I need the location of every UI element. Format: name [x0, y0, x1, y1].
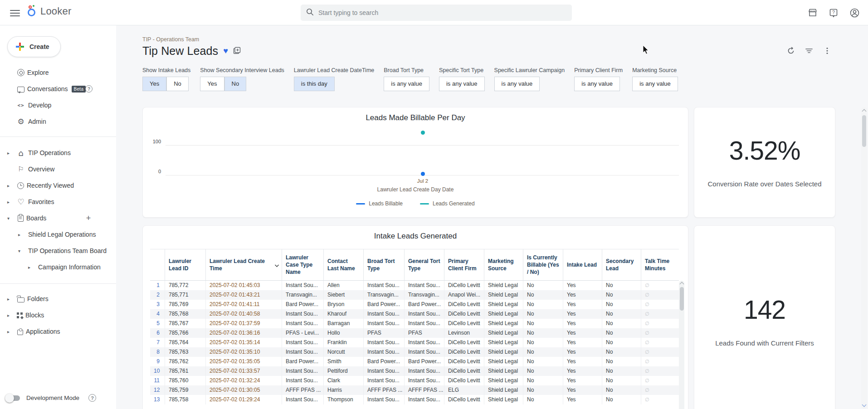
cell-marketing-source[interactable]: Shield Legal: [484, 347, 523, 357]
more-options-icon[interactable]: [823, 46, 832, 55]
cell-marketing-source[interactable]: Shield Legal: [484, 328, 523, 338]
filter-option-button[interactable]: Yes: [200, 77, 224, 91]
column-header[interactable]: Intake Lead: [563, 249, 602, 280]
cell-broad-tort[interactable]: Instant Sou...: [363, 395, 404, 404]
cell-marketing-source[interactable]: Shield Legal: [484, 357, 523, 366]
filters-icon[interactable]: [805, 46, 814, 55]
menu-icon[interactable]: [10, 8, 20, 17]
sidebar-item[interactable]: TIP Operations: [0, 145, 116, 161]
cell-broad-tort[interactable]: Instant Sou...: [363, 309, 404, 319]
cell-case-type[interactable]: Transvagin...: [282, 290, 323, 300]
cell-general-tort[interactable]: Instant Sou...: [404, 281, 444, 290]
filter-option-button[interactable]: is this day: [294, 77, 335, 91]
cell-general-tort[interactable]: AFFF PFAS ...: [404, 385, 444, 395]
cell-client-firm[interactable]: DiCello Levitt: [444, 366, 484, 376]
cell-client-firm[interactable]: DiCello Levitt: [444, 281, 484, 290]
cell-lead-id[interactable]: 785,772: [165, 281, 205, 290]
sidebar-item-trailing-icon[interactable]: [84, 165, 93, 173]
cell-create-time[interactable]: 2025-07-02 01:36:16: [205, 328, 282, 338]
table-row[interactable]: 11 785,760 2025-07-02 01:32:24 Instant S…: [150, 376, 679, 385]
cell-general-tort[interactable]: Instant Sou...: [404, 395, 444, 404]
cell-secondary-lead[interactable]: No: [602, 300, 641, 309]
cell-lead-id[interactable]: 785,767: [165, 319, 205, 328]
legend-item[interactable]: Leads Billable: [356, 200, 403, 207]
cell-general-tort[interactable]: Instant Sou...: [404, 347, 444, 357]
cell-general-tort[interactable]: Bard Power...: [404, 357, 444, 366]
sidebar-item[interactable]: Boards: [0, 210, 116, 226]
filter-option-button[interactable]: is any value: [494, 77, 540, 91]
cell-billable[interactable]: No: [523, 357, 563, 366]
cell-case-type[interactable]: Instant Sou...: [282, 347, 323, 357]
column-header[interactable]: Is Currently Billable (Yes / No): [523, 249, 563, 280]
cell-case-type[interactable]: AFFF PFAS ...: [282, 385, 323, 395]
cell-client-firm[interactable]: Levinson: [444, 328, 484, 338]
sidebar-item[interactable]: Recently Viewed: [0, 177, 116, 194]
cell-broad-tort[interactable]: Instant Sou...: [363, 376, 404, 385]
cell-broad-tort[interactable]: Instant Sou...: [363, 281, 404, 290]
cell-client-firm[interactable]: DiCello Levitt: [444, 357, 484, 366]
account-icon[interactable]: [849, 7, 860, 18]
cell-last-name[interactable]: Smith: [323, 357, 363, 366]
cell-last-name[interactable]: Siebert: [323, 290, 363, 300]
breadcrumb[interactable]: TIP - Operations Team: [142, 36, 199, 43]
cell-secondary-lead[interactable]: No: [602, 281, 641, 290]
cell-lead-id[interactable]: 785,761: [165, 366, 205, 376]
cell-intake-lead[interactable]: Yes: [563, 366, 602, 376]
cell-lead-id[interactable]: 785,768: [165, 309, 205, 319]
cell-billable[interactable]: No: [523, 290, 563, 300]
cell-last-name[interactable]: Norcutt: [323, 347, 363, 357]
cell-lead-id[interactable]: 785,758: [165, 395, 205, 404]
cell-case-type[interactable]: Instant Sou...: [282, 319, 323, 328]
filter-option-button[interactable]: No: [166, 77, 189, 91]
cell-last-name[interactable]: Harris: [323, 385, 363, 395]
cell-marketing-source[interactable]: Shield Legal: [484, 319, 523, 328]
cell-last-name[interactable]: Hollo: [323, 328, 363, 338]
cell-last-name[interactable]: Bryson: [323, 300, 363, 309]
cell-client-firm[interactable]: DiCello Levitt: [444, 376, 484, 385]
cell-marketing-source[interactable]: Shield Legal: [484, 309, 523, 319]
cell-client-firm[interactable]: DiCello Levitt: [444, 338, 484, 347]
cell-lead-id[interactable]: 785,771: [165, 290, 205, 300]
cell-case-type[interactable]: Instant Sou...: [282, 395, 323, 404]
cell-last-name[interactable]: Barragan: [323, 319, 363, 328]
cell-client-firm[interactable]: DiCello Levitt: [444, 395, 484, 404]
legend-item[interactable]: Leads Generated: [420, 200, 475, 207]
expand-arrow-icon[interactable]: [7, 183, 16, 188]
cell-create-time[interactable]: 2025-07-02 01:29:24: [205, 395, 282, 404]
cell-case-type[interactable]: Bard Power...: [282, 357, 323, 366]
marketplace-icon[interactable]: [807, 7, 818, 18]
cell-lead-id[interactable]: 785,762: [165, 357, 205, 366]
sidebar-item-trailing-icon[interactable]: [84, 263, 93, 271]
cell-billable[interactable]: No: [523, 395, 563, 404]
sidebar-item[interactable]: Favorites: [0, 194, 116, 210]
sidebar-item-trailing-icon[interactable]: [84, 230, 93, 239]
table-scrollbar[interactable]: [679, 281, 684, 409]
column-header[interactable]: Contact Last Name: [323, 249, 363, 280]
filter-option-button[interactable]: Yes: [142, 77, 166, 91]
table-row[interactable]: 2 785,771 2025-07-02 01:43:21 Transvagin…: [150, 290, 679, 300]
cell-broad-tort[interactable]: Bard Power...: [363, 357, 404, 366]
cell-broad-tort[interactable]: Instant Sou...: [363, 338, 404, 347]
cell-broad-tort[interactable]: AFFF PFAS ...: [363, 385, 404, 395]
cell-billable[interactable]: No: [523, 300, 563, 309]
cell-marketing-source[interactable]: Shield Legal: [484, 366, 523, 376]
cell-lead-id[interactable]: 785,769: [165, 300, 205, 309]
cell-secondary-lead[interactable]: No: [602, 376, 641, 385]
cell-create-time[interactable]: 2025-07-02 01:35:14: [205, 338, 282, 347]
cell-billable[interactable]: No: [523, 319, 563, 328]
cell-general-tort[interactable]: Instant Sou...: [404, 309, 444, 319]
development-mode-toggle[interactable]: [6, 395, 20, 401]
column-header[interactable]: Broad Tort Type: [363, 249, 404, 280]
cell-general-tort[interactable]: Instant Sou...: [404, 376, 444, 385]
cell-create-time[interactable]: 2025-07-02 01:37:59: [205, 319, 282, 328]
cell-intake-lead[interactable]: Yes: [563, 328, 602, 338]
cell-intake-lead[interactable]: Yes: [563, 281, 602, 290]
filter-option-button[interactable]: is any value: [574, 77, 620, 91]
expand-arrow-icon[interactable]: [7, 200, 16, 204]
cell-billable[interactable]: No: [523, 376, 563, 385]
expand-arrow-icon[interactable]: [7, 151, 16, 156]
cell-secondary-lead[interactable]: No: [602, 290, 641, 300]
table-row[interactable]: 1 785,772 2025-07-02 01:45:03 Instant So…: [150, 281, 679, 290]
sidebar-item-trailing-icon[interactable]: [84, 101, 93, 109]
cell-case-type[interactable]: Instant Sou...: [282, 376, 323, 385]
